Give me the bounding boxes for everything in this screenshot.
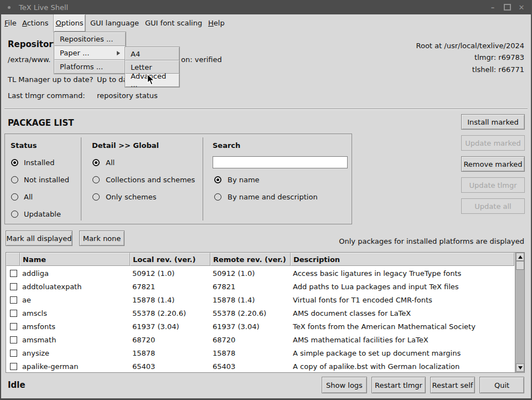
detail-radio-collections[interactable]	[92, 176, 100, 183]
app-icon	[8, 6, 11, 9]
detail-option-all[interactable]: All	[106, 158, 115, 167]
tex-live-shell-window: TeX Live Shell – ✕ File Actions Options …	[0, 0, 532, 400]
platforms-note: Only packages for installed platforms ar…	[339, 237, 524, 245]
remove-marked-button[interactable]: Remove marked	[461, 156, 525, 172]
root-path: Root at /usr/local/texlive/2024	[416, 42, 524, 50]
cell-remote: 50912 (1.0)	[210, 266, 291, 280]
cell-local: 15878 (1.4)	[130, 293, 210, 306]
tlmgr-revision: tlmgr: r69783	[474, 53, 524, 61]
search-radio-by-name-desc[interactable]	[214, 193, 221, 201]
detail-radio-all[interactable]	[92, 159, 100, 166]
detail-label: Detail >> Global	[92, 141, 159, 150]
maximize-icon[interactable]	[500, 2, 514, 13]
cell-local: 61937 (3.04)	[130, 320, 210, 333]
section-separator-highlight	[4, 109, 528, 110]
search-radio-by-name[interactable]	[214, 176, 221, 183]
table-scrollbar[interactable]	[515, 253, 524, 372]
mark-all-displayed-button[interactable]: Mark all displayed	[6, 230, 73, 246]
close-icon[interactable]: ✕	[514, 2, 529, 13]
cell-desc: AMS document classes for LaTeX	[291, 306, 514, 320]
row-checkbox[interactable]	[10, 363, 17, 370]
cell-desc: A simple package to set up document marg…	[291, 346, 514, 360]
cell-name: amsmath	[20, 333, 130, 346]
search-option-by-name-desc[interactable]: By name and description	[228, 193, 318, 201]
cell-remote: 55378 (2.20.6)	[210, 306, 291, 320]
table-row[interactable]: amsmath 68720 68720 AMS mathematical fac…	[6, 333, 514, 346]
table-row[interactable]: ae 15878 (1.4) 15878 (1.4) Virtual fonts…	[6, 293, 514, 306]
table-row[interactable]: amscls 55378 (2.20.6) 55378 (2.20.6) AMS…	[6, 306, 514, 320]
row-checkbox[interactable]	[10, 270, 17, 277]
cell-desc: A copy of apalike.bst with German locali…	[291, 360, 514, 373]
restart-self-button[interactable]: Restart self	[430, 377, 475, 393]
restart-tlmgr-button[interactable]: Restart tlmgr	[371, 377, 426, 393]
status-radio-not-installed[interactable]	[11, 176, 18, 183]
verification-status: on: verified	[181, 55, 222, 64]
menu-options[interactable]: Options	[54, 14, 85, 32]
minimize-icon[interactable]: –	[485, 2, 500, 13]
update-tlmgr-button: Update tlmgr	[461, 177, 525, 193]
detail-option-schemes[interactable]: Only schemes	[106, 193, 157, 201]
cell-desc: AMS mathematical facilities for LaTeX	[291, 333, 514, 346]
cell-remote: 15878 (1.4)	[210, 293, 291, 306]
table-row[interactable]: apalike-german 65403 65403 A copy of apa…	[6, 360, 514, 373]
status-option-updatable[interactable]: Updatable	[24, 210, 61, 218]
detail-radio-schemes[interactable]	[92, 193, 100, 201]
search-label: Search	[213, 141, 240, 150]
row-checkbox[interactable]	[10, 336, 17, 343]
show-logs-button[interactable]: Show logs	[322, 377, 367, 393]
menu-help[interactable]: Help	[208, 14, 225, 32]
quit-button[interactable]: Quit	[479, 377, 524, 393]
search-option-by-name[interactable]: By name	[228, 176, 260, 184]
row-checkbox[interactable]	[10, 323, 17, 330]
header-name[interactable]: Name	[20, 253, 130, 266]
status-option-not-installed[interactable]: Not installed	[24, 176, 69, 184]
last-command-value: repository status	[97, 91, 158, 100]
cell-local: 15878	[130, 346, 210, 360]
install-marked-button[interactable]: Install marked	[461, 114, 525, 130]
row-checkbox[interactable]	[10, 350, 17, 357]
status-option-installed[interactable]: Installed	[24, 158, 54, 167]
package-table: Name Local rev. (ver.) Remote rev. (ver.…	[6, 252, 525, 373]
cell-name: addtoluatexpath	[20, 280, 130, 293]
uptodate-label: TL Manager up to date?	[8, 75, 93, 84]
status-option-all[interactable]: All	[24, 193, 33, 201]
scrollbar-down-icon[interactable]	[516, 363, 524, 372]
menu-item-platforms[interactable]: Platforms ...	[54, 60, 126, 74]
cell-local: 68720	[130, 333, 210, 346]
header-description[interactable]: Description	[291, 253, 514, 266]
cell-remote: 15878	[210, 346, 291, 360]
table-row[interactable]: anysize 15878 15878 A simple package to …	[6, 346, 514, 360]
detail-option-collections[interactable]: Collections and schemes	[106, 176, 195, 184]
table-row[interactable]: amsfonts 61937 (3.04) 61937 (3.04) TeX f…	[6, 320, 514, 333]
menu-item-paper[interactable]: Paper ...	[54, 46, 126, 60]
menu-gui-font-scaling[interactable]: GUI font scaling	[145, 14, 202, 32]
row-checkbox[interactable]	[10, 296, 17, 304]
menu-actions[interactable]: Actions	[22, 14, 49, 32]
cell-desc: Virtual fonts for T1 encoded CMR-fonts	[291, 293, 514, 306]
header-local-rev[interactable]: Local rev. (ver.)	[130, 253, 210, 266]
status-radio-installed[interactable]	[11, 159, 18, 166]
scrollbar-up-icon[interactable]	[516, 253, 524, 261]
menu-gui-language[interactable]: GUI language	[90, 14, 139, 32]
menu-item-repositories[interactable]: Repositories ...	[54, 32, 126, 46]
menu-file[interactable]: File	[4, 14, 17, 32]
header-checkbox-col	[6, 253, 20, 266]
header-remote-rev[interactable]: Remote rev. (ver.)	[210, 253, 291, 266]
search-input[interactable]	[213, 156, 348, 168]
last-command-label: Last tlmgr command:	[8, 91, 85, 100]
cell-remote: 68720	[210, 333, 291, 346]
mark-none-button[interactable]: Mark none	[79, 230, 125, 246]
cell-remote: 65403	[210, 360, 291, 373]
status-radio-all[interactable]	[11, 193, 18, 201]
repository-url: /extra/www.	[8, 55, 50, 64]
table-row[interactable]: addtoluatexpath 67821 67821 Add paths to…	[6, 280, 514, 293]
filter-frame: Status Installed Not installed All Updat…	[4, 134, 352, 224]
table-row[interactable]: addliga 50912 (1.0) 50912 (1.0) Access b…	[6, 266, 514, 280]
row-checkbox[interactable]	[10, 283, 17, 290]
row-checkbox[interactable]	[10, 310, 17, 317]
scrollbar-thumb[interactable]	[516, 261, 524, 270]
cell-desc: Access basic ligatures in legacy TrueTyp…	[291, 266, 514, 280]
submenu-item-a4[interactable]: A4	[125, 47, 179, 60]
status-state: Idle	[8, 380, 25, 390]
status-radio-updatable[interactable]	[11, 211, 18, 218]
